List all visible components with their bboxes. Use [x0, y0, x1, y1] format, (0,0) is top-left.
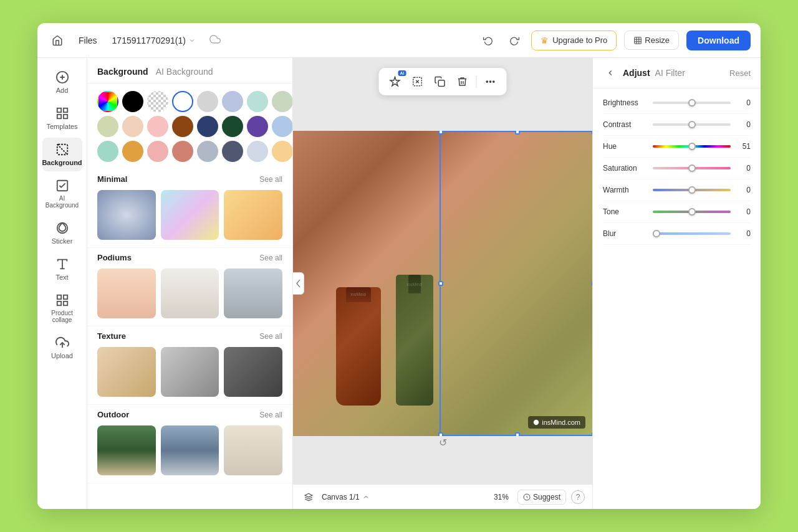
- resize-icon: [633, 36, 642, 45]
- delete-button[interactable]: [453, 72, 473, 92]
- panel-tab-adjust[interactable]: Adjust: [623, 68, 650, 78]
- thumbnail-podium-1[interactable]: [97, 268, 156, 318]
- thumbnail-minimal-1[interactable]: [97, 190, 156, 240]
- thumbnail-texture-2[interactable]: [161, 347, 219, 397]
- suggest-button[interactable]: Suggest: [517, 490, 566, 505]
- swatch-beige[interactable]: [97, 116, 118, 137]
- upload-icon: [55, 336, 69, 349]
- section-texture-see-all[interactable]: See all: [259, 332, 282, 341]
- more-button[interactable]: [481, 72, 501, 92]
- svg-rect-0: [635, 37, 642, 44]
- ai-remove-bg-button[interactable]: AI: [385, 72, 405, 92]
- hue-slider[interactable]: [653, 145, 731, 148]
- smart-select-icon: [412, 76, 423, 87]
- swatch-black[interactable]: [122, 91, 143, 112]
- swatch-navy[interactable]: [197, 116, 218, 137]
- svg-rect-5: [63, 108, 67, 112]
- swatch-purple[interactable]: [247, 116, 268, 137]
- thumbnail-minimal-2[interactable]: [161, 190, 219, 240]
- panel-tab-background[interactable]: Background: [97, 67, 148, 77]
- swatch-transparent[interactable]: [147, 91, 168, 112]
- section-texture-header: Texture See all: [97, 331, 282, 341]
- ai-wand-icon: [390, 76, 401, 87]
- blur-value: 0: [736, 229, 751, 238]
- swatch-teal-light[interactable]: [97, 141, 118, 162]
- download-button[interactable]: Download: [686, 31, 751, 50]
- thumbnail-texture-1[interactable]: [97, 347, 156, 397]
- home-button[interactable]: [47, 31, 67, 50]
- swatch-slate[interactable]: [222, 141, 243, 162]
- saturation-slider[interactable]: [653, 167, 731, 169]
- panel-tab-ai-background[interactable]: AI Background: [156, 67, 213, 77]
- thumbnail-outdoor-3[interactable]: [224, 425, 282, 475]
- section-minimal-see-all[interactable]: See all: [259, 175, 282, 184]
- sidebar-item-product-collage[interactable]: Product collage: [42, 288, 82, 328]
- thumbnail-outdoor-2[interactable]: [161, 425, 219, 475]
- sidebar-item-templates[interactable]: Templates: [42, 102, 82, 135]
- thumbnail-podium-3[interactable]: [224, 268, 282, 318]
- svg-point-21: [486, 81, 488, 82]
- thumbnail-podium-2[interactable]: [161, 268, 219, 318]
- page-indicator[interactable]: Canvas 1/1: [322, 493, 370, 501]
- upgrade-button[interactable]: ♛ Upgrade to Pro: [531, 31, 617, 50]
- sidebar-item-upload[interactable]: Upload: [42, 331, 82, 364]
- smart-select-button[interactable]: [408, 72, 428, 92]
- zoom-level[interactable]: 31%: [490, 491, 512, 503]
- redo-button[interactable]: [505, 31, 524, 50]
- canvas-wrapper[interactable]: insMind insMind: [293, 131, 592, 436]
- swatch-lavender[interactable]: [222, 91, 243, 112]
- section-outdoor-see-all[interactable]: See all: [259, 411, 282, 419]
- swatch-orange[interactable]: [122, 141, 143, 162]
- icon-sidebar: Add Templates Background AI Background S…: [37, 58, 87, 509]
- svg-rect-4: [57, 108, 60, 112]
- sidebar-item-text[interactable]: Text: [42, 252, 82, 286]
- saturation-value: 0: [736, 164, 751, 173]
- color-swatch-grid: [87, 83, 292, 169]
- back-button[interactable]: [603, 65, 618, 80]
- swatch-butter[interactable]: [272, 141, 293, 162]
- swatch-periwinkle[interactable]: [247, 141, 268, 162]
- swatch-forest[interactable]: [222, 116, 243, 137]
- swatch-mint[interactable]: [247, 91, 268, 112]
- swatch-sage[interactable]: [272, 91, 293, 112]
- thumbnail-outdoor-1[interactable]: [97, 425, 156, 475]
- swatch-peach[interactable]: [122, 116, 143, 137]
- swatch-pink[interactable]: [147, 116, 168, 137]
- panel-collapse-button[interactable]: [293, 272, 304, 295]
- thumbnail-minimal-3[interactable]: [224, 190, 282, 240]
- warmth-row: Warmth 0: [603, 179, 751, 201]
- brightness-row: Brightness 0: [603, 92, 751, 114]
- swatch-salmon[interactable]: [147, 141, 168, 162]
- swatch-terracotta[interactable]: [172, 141, 193, 162]
- swatch-sky[interactable]: [272, 116, 293, 137]
- warmth-slider[interactable]: [653, 189, 731, 191]
- undo-button[interactable]: [479, 31, 498, 50]
- swatch-lightgray[interactable]: [197, 91, 218, 112]
- resize-button[interactable]: Resize: [624, 31, 679, 50]
- swatch-white[interactable]: [172, 91, 193, 112]
- section-podiums-see-all[interactable]: See all: [259, 254, 282, 262]
- rotate-handle[interactable]: ↺: [439, 437, 447, 449]
- blur-slider[interactable]: [653, 232, 731, 235]
- files-button[interactable]: Files: [75, 33, 101, 48]
- thumbnail-texture-3[interactable]: [224, 347, 282, 397]
- swatch-rainbow[interactable]: [97, 91, 118, 112]
- swatch-steelblue[interactable]: [197, 141, 218, 162]
- app-window: Files 1715911770291(1) ♛ Upgrade to Pro …: [37, 23, 761, 509]
- brightness-slider[interactable]: [653, 102, 731, 104]
- reset-button[interactable]: Reset: [729, 69, 751, 78]
- tone-slider[interactable]: [653, 211, 731, 213]
- sidebar-item-add[interactable]: Add: [42, 65, 82, 99]
- help-button[interactable]: ?: [571, 490, 585, 504]
- blur-row: Blur 0: [603, 223, 751, 245]
- layers-button[interactable]: [300, 490, 317, 504]
- sidebar-item-sticker[interactable]: Sticker: [42, 216, 82, 250]
- sidebar-item-background[interactable]: Background: [42, 138, 82, 171]
- duplicate-button[interactable]: [430, 72, 450, 92]
- contrast-slider-wrap: [653, 119, 731, 130]
- contrast-slider[interactable]: [653, 123, 731, 126]
- panel-tab-ai-filter[interactable]: AI Filter: [655, 68, 685, 78]
- sidebar-item-ai-background[interactable]: AI Background: [42, 174, 82, 214]
- filename-button[interactable]: 1715911770291(1): [108, 33, 200, 48]
- swatch-brown[interactable]: [172, 116, 193, 137]
